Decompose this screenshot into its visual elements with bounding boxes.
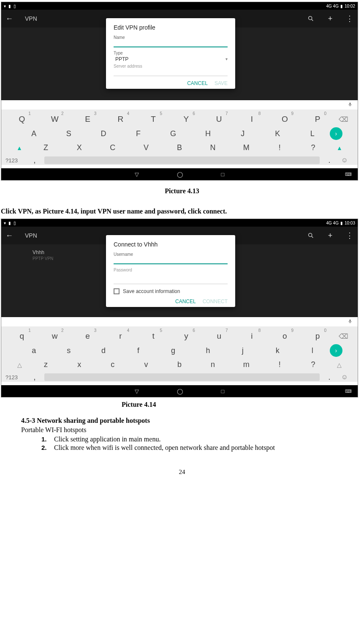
key-q[interactable]: 1Q [5,115,38,124]
password-input[interactable] [114,277,228,284]
shift-key-left[interactable]: ▲ [10,145,29,151]
key-d[interactable]: d [86,346,121,355]
nav-home-icon[interactable]: ◯ [177,171,183,178]
key-c[interactable]: c [96,360,129,369]
emoji-key[interactable]: ☺ [336,373,353,381]
nav-back-icon[interactable]: ▽ [135,171,139,178]
search-icon[interactable] [307,232,315,239]
space-key[interactable] [44,373,320,381]
username-input[interactable] [114,257,228,264]
key-k[interactable]: k [260,346,295,355]
key-n[interactable]: n [196,360,230,369]
key-ques[interactable]: ? [296,360,330,369]
enter-key[interactable]: › [330,344,342,357]
key-h[interactable]: H [190,129,225,138]
key-l[interactable]: l [295,346,330,355]
key-b[interactable]: b [163,360,196,369]
type-dropdown[interactable]: PPTP ▾ [114,55,228,62]
key-j[interactable]: j [225,346,260,355]
backspace-icon[interactable]: ⌫ [334,332,353,340]
key-w[interactable]: 2w [38,331,71,341]
emoji-key[interactable]: ☺ [336,156,353,164]
key-a[interactable]: A [16,129,51,138]
backspace-icon[interactable]: ⌫ [334,115,353,123]
key-m[interactable]: M [230,143,263,152]
checkbox-icon[interactable] [114,288,120,294]
key-comma[interactable]: , [28,156,41,165]
key-r[interactable]: 4R [104,115,137,124]
nav-keyboard-icon[interactable]: ⌨ [345,389,352,394]
key-y[interactable]: 6Y [170,115,203,124]
enter-key[interactable]: › [330,127,342,140]
back-icon[interactable]: ← [5,232,13,239]
key-n[interactable]: N [196,143,230,152]
nav-back-icon[interactable]: ▽ [135,388,139,394]
key-e[interactable]: 3E [71,115,104,124]
key-o[interactable]: 9o [268,331,301,341]
key-p[interactable]: 0P [301,115,334,124]
key-t[interactable]: 5t [137,331,170,341]
symbols-key[interactable]: ?123 [5,157,28,164]
key-x[interactable]: X [62,143,96,152]
key-f[interactable]: f [121,346,155,355]
space-key[interactable] [44,156,320,164]
key-p[interactable]: 0p [301,331,334,341]
cancel-button[interactable]: CANCEL [175,299,196,304]
key-u[interactable]: 7u [203,331,236,341]
key-excl[interactable]: ! [263,360,296,369]
server-input[interactable] [114,68,228,76]
save-button[interactable]: SAVE [215,80,228,86]
cancel-button[interactable]: CANCEL [187,80,208,86]
nav-home-icon[interactable]: ◯ [177,388,183,394]
key-c[interactable]: C [96,143,129,152]
shift-key-left[interactable]: △ [10,362,29,368]
key-j[interactable]: J [225,129,260,138]
shift-key-right[interactable]: ▲ [330,145,349,151]
key-v[interactable]: V [129,143,163,152]
key-h[interactable]: h [190,346,225,355]
key-excl[interactable]: ! [263,143,296,152]
key-m[interactable]: m [230,360,263,369]
key-r[interactable]: 4r [104,331,137,341]
key-y[interactable]: 6y [170,331,203,341]
connect-button[interactable]: CONNECT [203,299,228,304]
key-e[interactable]: 3e [71,331,104,341]
key-s[interactable]: s [51,346,86,355]
key-g[interactable]: G [156,129,190,138]
key-period[interactable]: . [323,373,336,382]
overflow-icon[interactable]: ⋮ [346,232,353,239]
add-icon[interactable]: + [326,15,334,22]
key-b[interactable]: B [163,143,196,152]
key-v[interactable]: v [129,360,163,369]
overflow-icon[interactable]: ⋮ [346,15,353,22]
key-k[interactable]: K [260,129,295,138]
key-ques[interactable]: ? [296,143,330,152]
shift-key-right[interactable]: △ [330,362,349,368]
key-f[interactable]: F [121,129,155,138]
key-a[interactable]: a [16,346,51,355]
key-period[interactable]: . [323,156,336,165]
nav-recent-icon[interactable]: □ [221,388,225,394]
key-d[interactable]: D [86,129,121,138]
key-u[interactable]: 7U [203,115,236,124]
key-t[interactable]: 5T [137,115,170,124]
key-l[interactable]: L [295,129,330,138]
save-info-row[interactable]: Save account information [114,288,228,294]
mic-icon[interactable] [348,318,353,326]
key-comma[interactable]: , [28,373,41,382]
key-w[interactable]: 2W [38,115,71,124]
key-i[interactable]: 8i [236,331,269,341]
search-icon[interactable] [307,15,315,22]
name-input[interactable] [114,40,228,47]
symbols-key[interactable]: ?123 [5,374,28,381]
key-q[interactable]: 1q [5,331,38,341]
key-s[interactable]: S [51,129,86,138]
key-i[interactable]: 8I [236,115,269,124]
key-x[interactable]: x [62,360,96,369]
key-g[interactable]: g [156,346,190,355]
nav-keyboard-icon[interactable]: ⌨ [345,172,352,177]
key-o[interactable]: 9O [268,115,301,124]
nav-recent-icon[interactable]: □ [221,171,225,178]
back-icon[interactable]: ← [5,15,13,22]
key-z[interactable]: Z [29,143,62,152]
